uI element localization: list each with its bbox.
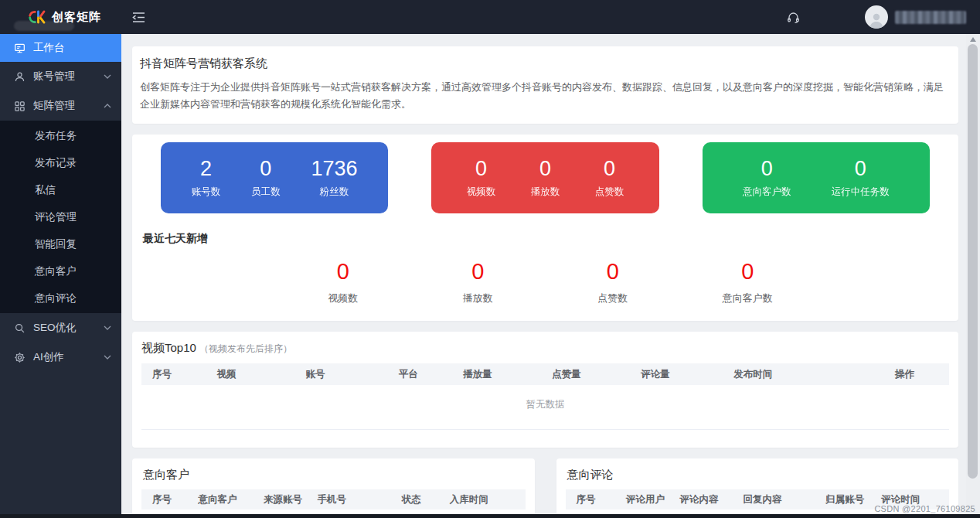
search-icon bbox=[14, 322, 26, 334]
metric-intent-customers: 0 意向客户数 bbox=[743, 157, 791, 199]
stat-card-accounts: 2 账号数 0 员工数 1736 粉丝数 bbox=[161, 142, 388, 213]
submenu-item-label: 智能回复 bbox=[35, 237, 77, 251]
chevron-down-icon bbox=[104, 325, 111, 330]
stats-row: 2 账号数 0 员工数 1736 粉丝数 0 视频数 bbox=[141, 142, 949, 213]
headset-icon bbox=[787, 11, 800, 24]
sidebar-item-intent-customers[interactable]: 意向客户 bbox=[0, 257, 121, 285]
submenu-item-label: 发布记录 bbox=[35, 156, 77, 170]
video-top10-subtitle: （视频发布先后排序） bbox=[199, 342, 292, 356]
column-header-account: 账号 bbox=[295, 368, 388, 381]
metric-value: 0 bbox=[595, 157, 624, 180]
column-header-entry-time: 入库时间 bbox=[439, 493, 526, 506]
recent-metric-label: 意向客户数 bbox=[680, 291, 815, 305]
metric-fans: 1736 粉丝数 bbox=[311, 157, 357, 199]
column-header-reply-content: 回复内容 bbox=[732, 493, 815, 506]
sidebar-item-publish-record[interactable]: 发布记录 bbox=[0, 149, 121, 176]
metric-value: 0 bbox=[467, 157, 496, 180]
metric-label: 运行中任务数 bbox=[832, 186, 890, 199]
recent-metrics-row: 0 视频数 0 播放数 0 点赞数 0 意向客户数 bbox=[275, 258, 815, 305]
column-header-likes: 点赞量 bbox=[541, 368, 630, 381]
scrollbar[interactable] bbox=[966, 34, 980, 518]
metric-label: 账号数 bbox=[192, 186, 221, 199]
redacted-username[interactable] bbox=[895, 11, 966, 24]
stats-card: 2 账号数 0 员工数 1736 粉丝数 0 视频数 bbox=[132, 135, 958, 321]
navbar-right bbox=[787, 5, 980, 29]
video-table-header: 序号 视频 账号 平台 播放量 点赞量 评论量 发布时间 操作 bbox=[141, 363, 949, 385]
metric-value: 0 bbox=[531, 157, 560, 180]
metric-videos: 0 视频数 bbox=[467, 157, 496, 199]
avatar-person-icon bbox=[867, 10, 886, 29]
column-header-video: 视频 bbox=[206, 368, 295, 381]
recent-metric-value: 0 bbox=[410, 258, 546, 285]
metric-label: 点赞数 bbox=[595, 186, 624, 199]
chevron-down-icon bbox=[104, 74, 111, 79]
sidebar-item-workbench[interactable]: 工作台 bbox=[0, 34, 121, 62]
support-button[interactable] bbox=[787, 11, 800, 24]
sidebar-item-intent-comments[interactable]: 意向评论 bbox=[0, 285, 121, 312]
intro-card: 抖音矩阵号营销获客系统 创客矩阵专注于为企业提供抖音矩阵账号一站式营销获客解决方… bbox=[132, 46, 958, 124]
intent-comments-title: 意向评论 bbox=[567, 468, 950, 482]
column-header-source-account: 来源账号 bbox=[253, 493, 307, 506]
recent-metric-value: 0 bbox=[546, 258, 681, 285]
recent-metric-likes: 0 点赞数 bbox=[546, 258, 681, 305]
recent-section-title: 最近七天新增 bbox=[143, 232, 949, 246]
scroll-up-arrow[interactable] bbox=[970, 37, 976, 42]
sidebar-item-matrix[interactable]: 矩阵管理 bbox=[0, 91, 121, 121]
sidebar-item-private-message[interactable]: 私信 bbox=[0, 176, 121, 203]
video-top10-header: 视频Top10 （视频发布先后排序） bbox=[141, 341, 949, 356]
stat-card-videos: 0 视频数 0 播放数 0 点赞数 bbox=[431, 142, 658, 213]
video-top10-title: 视频Top10 bbox=[141, 341, 196, 356]
column-header-comment-user: 评论用户 bbox=[615, 493, 669, 506]
top-navbar: 创客矩阵 bbox=[0, 0, 980, 34]
column-header-customer: 意向客户 bbox=[188, 493, 253, 506]
scrollbar-thumb[interactable] bbox=[968, 44, 978, 479]
column-header-index: 序号 bbox=[141, 493, 188, 506]
submenu-item-label: 私信 bbox=[35, 183, 56, 197]
metric-likes: 0 点赞数 bbox=[595, 157, 624, 199]
avatar[interactable] bbox=[865, 5, 888, 29]
column-header-platform: 平台 bbox=[388, 368, 453, 381]
recent-metric-value: 0 bbox=[680, 258, 815, 285]
sidebar-item-comment-management[interactable]: 评论管理 bbox=[0, 203, 121, 230]
sidebar-item-label: SEO优化 bbox=[33, 321, 77, 335]
gear-icon bbox=[14, 352, 26, 363]
metric-label: 视频数 bbox=[467, 186, 496, 199]
sidebar-item-accounts[interactable]: 账号管理 bbox=[0, 62, 121, 91]
sidebar-item-smart-reply[interactable]: 智能回复 bbox=[0, 230, 121, 257]
recent-metric-plays: 0 播放数 bbox=[410, 258, 546, 305]
user-icon bbox=[14, 71, 26, 83]
grid-icon bbox=[14, 101, 26, 112]
metric-value: 2 bbox=[192, 157, 221, 180]
column-header-comment-content: 评论内容 bbox=[669, 493, 733, 506]
metric-value: 0 bbox=[251, 157, 281, 180]
app-window: 创客矩阵 bbox=[0, 0, 980, 518]
collapse-sidebar-icon bbox=[132, 12, 145, 23]
chevron-up-icon bbox=[104, 104, 111, 108]
window-bottom-edge bbox=[0, 514, 980, 518]
intent-customers-title: 意向客户 bbox=[143, 468, 526, 482]
sidebar-item-ai-creation[interactable]: AI创作 bbox=[0, 342, 121, 372]
column-header-plays: 播放量 bbox=[452, 368, 541, 381]
bottom-cards-row: 意向客户 序号 意向客户 来源账号 手机号 状态 入库时间 意向评论 序号 评论… bbox=[132, 458, 958, 518]
column-header-index: 序号 bbox=[141, 368, 206, 381]
recent-metric-videos: 0 视频数 bbox=[275, 258, 410, 305]
metric-plays: 0 播放数 bbox=[531, 157, 560, 199]
recent-metric-label: 播放数 bbox=[410, 291, 546, 305]
metric-label: 员工数 bbox=[251, 186, 281, 199]
column-header-phone: 手机号 bbox=[306, 493, 390, 506]
metric-label: 播放数 bbox=[531, 186, 560, 199]
metric-accounts: 2 账号数 bbox=[192, 157, 221, 199]
column-header-comments: 评论量 bbox=[630, 368, 723, 381]
monitor-icon bbox=[14, 43, 26, 54]
submenu-item-label: 评论管理 bbox=[35, 210, 77, 224]
submenu-item-label: 意向评论 bbox=[35, 291, 77, 305]
watermark: CSDN @2201_76109825 bbox=[874, 504, 975, 513]
video-top10-card: 视频Top10 （视频发布先后排序） 序号 视频 账号 平台 播放量 点赞量 评… bbox=[132, 332, 958, 448]
sidebar-item-label: 矩阵管理 bbox=[33, 99, 75, 113]
collapse-sidebar-button[interactable] bbox=[132, 12, 145, 23]
sidebar-item-publish-task[interactable]: 发布任务 bbox=[0, 122, 121, 149]
sidebar-item-label: 工作台 bbox=[33, 41, 65, 55]
empty-state: 暂无数据 bbox=[141, 385, 949, 429]
metric-value: 0 bbox=[832, 157, 890, 180]
sidebar-item-seo[interactable]: SEO优化 bbox=[0, 313, 121, 342]
